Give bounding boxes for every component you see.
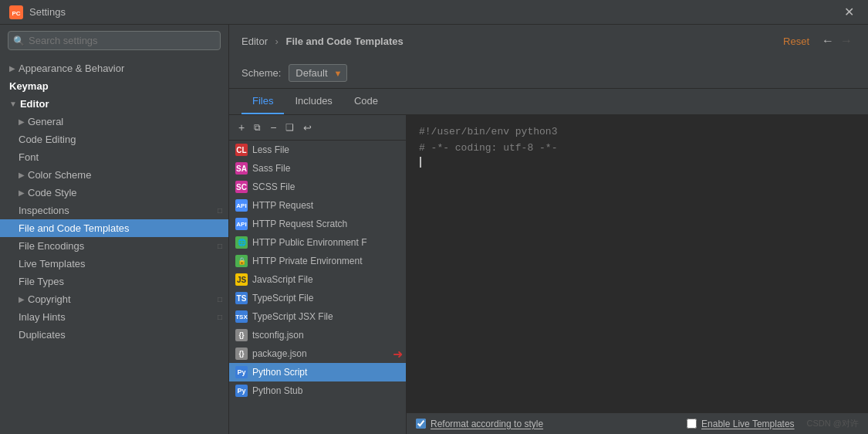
sidebar-item-live-templates[interactable]: Live Templates — [0, 255, 228, 273]
sidebar-item-code-style[interactable]: ▶ Code Style — [0, 184, 228, 202]
expand-icon-color-scheme: ▶ — [19, 171, 25, 179]
app-icon: PC — [9, 5, 23, 19]
sidebar-item-inlay-hints[interactable]: Inlay Hints □ — [0, 308, 228, 326]
python-stub-label: Python Stub — [252, 385, 302, 396]
ts-file-icon: TS — [235, 292, 248, 304]
python-stub-icon: Py — [235, 385, 248, 397]
sidebar-tree: ▶ Appearance & Behavior Keymap ▼ Editor … — [0, 56, 228, 434]
inspections-badge: □ — [218, 206, 222, 215]
scheme-select[interactable]: Default Project — [289, 64, 347, 82]
forward-button[interactable]: → — [837, 32, 856, 49]
code-line-2: # -*- coding: utf-8 -*- — [419, 141, 856, 157]
sidebar-label-file-types: File Types — [19, 276, 64, 287]
file-item-package-json[interactable]: {} package.json ➜ — [229, 344, 406, 363]
file-list-panel: + ⧉ − ❑ ↩ CL Less File SA Sass Fil — [229, 115, 407, 434]
file-item-python-stub[interactable]: Py Python Stub — [229, 381, 406, 400]
close-button[interactable]: ✕ — [839, 3, 859, 21]
file-item-http-request[interactable]: API HTTP Request — [229, 196, 406, 215]
sidebar-label-inlay-hints: Inlay Hints — [19, 311, 66, 323]
text-cursor — [420, 157, 421, 168]
code-shebang: #!/user/bin/env python3 — [419, 124, 557, 141]
code-editor[interactable]: #!/user/bin/env python3 # -*- coding: ut… — [407, 115, 868, 412]
file-item-http-private[interactable]: 🔒 HTTP Private Environment — [229, 252, 406, 270]
python-script-icon: Py — [235, 366, 248, 378]
sidebar-label-general: General — [28, 116, 63, 127]
sidebar-item-copyright[interactable]: ▶ Copyright □ — [0, 290, 228, 308]
reformat-checkbox-wrap[interactable]: Reformat according to style — [416, 419, 543, 429]
back-button[interactable]: ← — [819, 32, 837, 49]
sidebar-label-copyright: Copyright — [28, 293, 71, 305]
expand-icon-general: ▶ — [19, 117, 25, 126]
sidebar-item-appearance[interactable]: ▶ Appearance & Behavior — [0, 59, 228, 77]
ts-file-label: TypeScript File — [252, 293, 313, 303]
http-private-label: HTTP Private Environment — [252, 256, 363, 266]
file-item-sass[interactable]: SA Sass File — [229, 159, 406, 178]
expand-icon-copyright: ▶ — [19, 295, 25, 303]
package-json-icon: {} — [235, 348, 248, 360]
remove-button[interactable]: − — [267, 120, 279, 135]
expand-icon: ▶ — [9, 64, 15, 73]
reformat-checkbox[interactable] — [416, 419, 426, 429]
sidebar-label-code-editing: Code Editing — [19, 134, 76, 145]
tab-files[interactable]: Files — [241, 89, 284, 114]
sidebar-item-duplicates[interactable]: Duplicates — [0, 326, 228, 344]
sidebar-item-general[interactable]: ▶ General — [0, 113, 228, 131]
sidebar: 🔍 ▶ Appearance & Behavior Keymap ▼ Edito… — [0, 25, 229, 434]
expand-icon-editor: ▼ — [9, 100, 17, 108]
file-item-typescript[interactable]: TS TypeScript File — [229, 289, 406, 307]
tab-includes[interactable]: Includes — [284, 89, 343, 114]
file-item-less[interactable]: CL Less File — [229, 141, 406, 159]
file-item-javascript[interactable]: JS JavaScript File — [229, 270, 406, 289]
expand-icon-code-style: ▶ — [19, 188, 25, 197]
code-line-1: #!/user/bin/env python3 — [419, 124, 856, 141]
sidebar-item-color-scheme[interactable]: ▶ Color Scheme — [0, 166, 228, 184]
svg-text:PC: PC — [12, 10, 20, 17]
sass-file-label: Sass File — [252, 163, 290, 174]
main-header: Editor › File and Code Templates Reset ←… — [229, 25, 868, 58]
sidebar-item-file-encodings[interactable]: File Encodings □ — [0, 237, 228, 255]
tabs-row: Files Includes Code — [229, 89, 868, 115]
add-button[interactable]: + — [235, 120, 248, 135]
file-item-http-public[interactable]: 🌐 HTTP Public Environment F — [229, 233, 406, 252]
http-request-label: HTTP Request — [252, 200, 313, 211]
search-input[interactable] — [8, 31, 221, 50]
breadcrumb-parent: Editor — [241, 36, 268, 47]
sidebar-item-font[interactable]: Font — [0, 148, 228, 166]
sass-file-icon: SA — [235, 162, 248, 175]
sidebar-label-color-scheme: Color Scheme — [28, 169, 91, 181]
sidebar-label-duplicates: Duplicates — [19, 329, 66, 341]
undo-button[interactable]: ↩ — [300, 120, 315, 135]
file-item-scss[interactable]: SC SCSS File — [229, 178, 406, 196]
sidebar-label-font: Font — [19, 151, 39, 163]
file-item-python-script[interactable]: Py Python Script — [229, 363, 406, 381]
sidebar-item-editor[interactable]: ▼ Editor — [0, 95, 228, 113]
sidebar-item-keymap[interactable]: Keymap — [0, 77, 228, 95]
http-public-label: HTTP Public Environment F — [252, 237, 367, 248]
file-item-tsx[interactable]: TSX TypeScript JSX File — [229, 307, 406, 326]
sidebar-label-file-code-templates: File and Code Templates — [19, 222, 130, 234]
file-item-http-scratch[interactable]: API HTTP Request Scratch — [229, 215, 406, 233]
scheme-wrapper: Default Project ▼ — [289, 64, 347, 82]
titlebar: PC Settings ✕ — [0, 0, 868, 25]
sidebar-label-code-style: Code Style — [28, 187, 77, 198]
live-templates-checkbox[interactable] — [687, 419, 697, 429]
http-private-icon: 🔒 — [235, 255, 248, 267]
tab-code[interactable]: Code — [343, 89, 389, 114]
breadcrumb-separator: › — [275, 36, 279, 47]
copy-button[interactable]: ⧉ — [251, 120, 264, 134]
copyright-badge: □ — [218, 295, 222, 303]
sidebar-label-editor: Editor — [20, 98, 49, 110]
sidebar-item-file-code-templates[interactable]: File and Code Templates — [0, 219, 228, 237]
scheme-row: Scheme: Default Project ▼ — [229, 58, 868, 89]
sidebar-item-file-types[interactable]: File Types — [0, 273, 228, 290]
reset-button[interactable]: Reset — [783, 36, 809, 47]
sidebar-label-live-templates: Live Templates — [19, 258, 85, 270]
scheme-label: Scheme: — [241, 67, 281, 79]
live-templates-checkbox-wrap[interactable]: Enable Live Templates — [687, 419, 795, 429]
file-item-tsconfig[interactable]: {} tsconfig.json — [229, 326, 406, 344]
sidebar-item-inspections[interactable]: Inspections □ — [0, 202, 228, 219]
less-file-label: Less File — [252, 144, 289, 155]
duplicate-button[interactable]: ❑ — [282, 120, 297, 134]
scss-file-label: SCSS File — [252, 181, 295, 192]
sidebar-item-code-editing[interactable]: Code Editing — [0, 131, 228, 148]
